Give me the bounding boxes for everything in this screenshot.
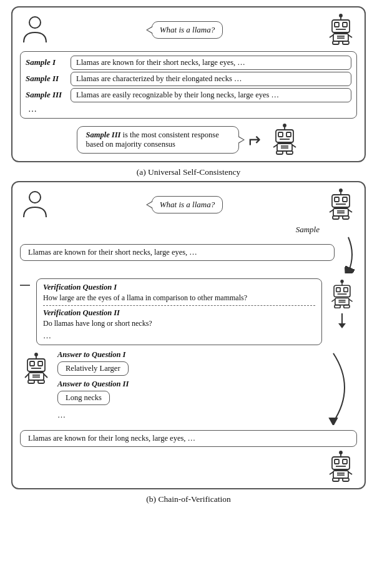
- answers-ellipsis: …: [57, 410, 322, 420]
- svg-rect-50: [335, 305, 340, 308]
- vq1-text: How large are the eyes of a llama in com…: [43, 293, 315, 303]
- sample-text-1: Llamas are known for their short necks, …: [71, 56, 351, 70]
- robot-left-col: [20, 350, 52, 388]
- curved-arrow-a: ↵: [247, 130, 261, 150]
- sample-row-2: Sample II Llamas are characterized by th…: [26, 72, 351, 86]
- section-b-top-row: What is a llama?: [20, 189, 357, 221]
- sample-text-3: Llamas are easily recognizable by their …: [71, 88, 351, 102]
- svg-rect-51: [344, 305, 350, 308]
- answer2-label: Answer to Question II: [57, 380, 322, 389]
- svg-rect-74: [343, 459, 347, 464]
- robot-icon-b-top: [325, 189, 357, 221]
- sample-response-box: Llamas are known for their short necks, …: [20, 244, 335, 261]
- svg-point-0: [29, 17, 41, 28]
- svg-rect-20: [277, 144, 292, 151]
- sample-label-1: Sample I: [26, 57, 71, 67]
- svg-rect-73: [335, 459, 339, 464]
- svg-rect-47: [335, 298, 349, 305]
- question-bubble-a: What is a llama?: [152, 21, 223, 39]
- sample-label-2: Sample II: [26, 74, 71, 84]
- robot-icon-a-bottom: [268, 124, 301, 156]
- caption-a: (a) Universal Self-Consistency: [11, 167, 366, 177]
- svg-rect-45: [344, 288, 348, 292]
- robot-icon-b-left: [20, 353, 52, 388]
- svg-rect-10: [333, 41, 339, 44]
- svg-rect-37: [333, 216, 339, 219]
- svg-rect-31: [335, 197, 339, 202]
- svg-rect-65: [28, 380, 34, 383]
- person-icon-b: [20, 190, 50, 220]
- svg-point-42: [341, 280, 343, 283]
- large-curved-arrow: [327, 350, 357, 425]
- down-arrow-mid: [336, 313, 348, 328]
- svg-point-29: [340, 189, 342, 192]
- svg-line-35: [330, 210, 333, 212]
- result-italic: Sample III: [86, 130, 121, 139]
- question-text-b: What is a llama?: [160, 200, 215, 209]
- caption-b: (b) Chain-of-Verification: [11, 494, 366, 504]
- vq2-text: Do llamas have long or short necks?: [43, 319, 315, 328]
- right-side-arrows: [327, 278, 357, 328]
- svg-rect-59: [30, 361, 34, 366]
- svg-rect-4: [335, 22, 339, 27]
- section-b-middle: Verification Question I How large are th…: [20, 278, 357, 345]
- svg-point-71: [340, 451, 342, 454]
- final-response-text: Llamas are known for their long necks, l…: [28, 434, 195, 443]
- sample-text-2: Llamas are characterized by their elonga…: [71, 72, 351, 86]
- final-response-box: Llamas are known for their long necks, l…: [20, 430, 357, 447]
- verification-box: Verification Question I How large are th…: [36, 278, 322, 345]
- result-bubble: Sample III is the most consistent respon…: [77, 126, 239, 154]
- svg-line-63: [25, 374, 29, 378]
- question-text-a: What is a llama?: [160, 25, 215, 34]
- svg-point-57: [35, 353, 37, 356]
- svg-rect-7: [333, 34, 348, 41]
- svg-rect-80: [343, 478, 349, 481]
- sample-label-text: Sample: [296, 225, 320, 234]
- svg-line-77: [330, 472, 333, 474]
- page: What is a llama?: [0, 0, 377, 514]
- section-a: What is a llama?: [11, 6, 366, 162]
- samples-box: Sample I Llamas are known for their shor…: [20, 51, 357, 119]
- vq2-label: Verification Question II: [43, 308, 315, 318]
- svg-point-15: [283, 124, 286, 127]
- robot-icon-b-final: [325, 451, 357, 483]
- sample-label-right: Sample: [20, 225, 357, 235]
- svg-rect-5: [343, 22, 347, 27]
- svg-rect-11: [343, 41, 349, 44]
- svg-rect-79: [333, 478, 339, 481]
- sample-row-3: Sample III Llamas are easily recognizabl…: [26, 88, 351, 102]
- sample-row-1: Sample I Llamas are known for their shor…: [26, 56, 351, 70]
- svg-marker-69: [330, 418, 337, 425]
- svg-rect-38: [343, 216, 349, 219]
- svg-point-2: [340, 14, 342, 17]
- svg-rect-34: [333, 208, 348, 216]
- svg-line-9: [348, 35, 352, 37]
- svg-rect-24: [286, 151, 293, 154]
- person-icon: [20, 15, 50, 45]
- svg-marker-55: [338, 323, 346, 328]
- svg-rect-17: [278, 132, 283, 137]
- svg-line-78: [348, 472, 352, 474]
- section-a-bottom-row: Sample III is the most consistent respon…: [20, 124, 357, 156]
- arrow-sample-to-vq: [340, 236, 357, 273]
- sample-response-text: Llamas are known for their short necks, …: [28, 248, 197, 257]
- svg-rect-32: [343, 197, 347, 202]
- svg-line-8: [330, 35, 333, 37]
- svg-rect-23: [277, 151, 283, 154]
- robot-icon-a-top: [325, 14, 357, 46]
- svg-rect-62: [29, 373, 44, 380]
- section-b-bottom: Answer to Question I Relatively Larger A…: [20, 350, 357, 425]
- svg-rect-76: [333, 471, 348, 478]
- robot-icon-b-mid: [327, 278, 357, 311]
- answer1-bubble: Relatively Larger: [57, 361, 129, 376]
- answers-col: Answer to Question I Relatively Larger A…: [57, 350, 322, 420]
- section-a-top-row: What is a llama?: [20, 14, 357, 46]
- svg-line-36: [348, 210, 352, 212]
- svg-rect-44: [336, 288, 340, 292]
- section-b: What is a llama? Sample: [11, 181, 366, 489]
- answer2-bubble: Long necks: [57, 391, 110, 405]
- answer1-label: Answer to Question I: [57, 350, 322, 360]
- question-bubble-b: What is a llama?: [152, 196, 223, 213]
- sample-ellipsis: …: [26, 104, 351, 114]
- svg-point-27: [29, 192, 41, 203]
